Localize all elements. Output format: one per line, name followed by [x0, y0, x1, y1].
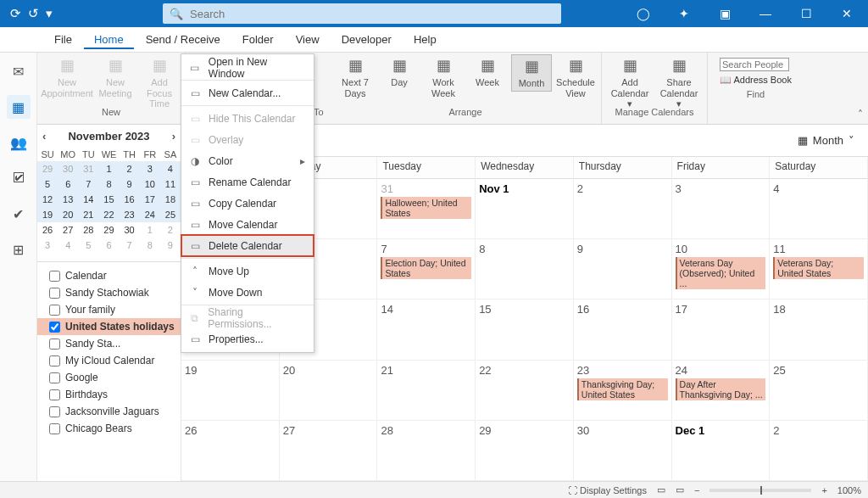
calendar-list-item[interactable]: Jacksonville Jaguars [37, 403, 181, 420]
ribbon-work-week[interactable]: ▦Work Week [423, 54, 464, 100]
mini-day[interactable]: 30 [120, 222, 140, 238]
calendar-context-menu[interactable]: ▭Open in New Window▭New Calendar...▭Hide… [181, 53, 314, 353]
todo-icon[interactable]: ✔ [7, 202, 31, 226]
calendar-cell[interactable]: 31Halloween; United States [377, 179, 476, 239]
calendar-cell[interactable]: 17 [672, 299, 771, 360]
calendar-checkbox[interactable] [49, 339, 60, 350]
calendar-list-item[interactable]: Chicago Bears [37, 420, 181, 437]
mini-day[interactable]: 1 [98, 161, 119, 176]
calendar-cell[interactable]: 9 [574, 239, 672, 299]
qa-dropdown-icon[interactable]: ▾ [46, 6, 53, 21]
tasks-icon[interactable]: 🗹 [7, 166, 31, 190]
ctx-open-in-new-window[interactable]: ▭Open in New Window [181, 57, 314, 78]
view-normal-icon[interactable]: ▭ [657, 484, 665, 495]
calendar-cell[interactable]: 27 [280, 421, 378, 481]
global-search[interactable]: 🔍 [163, 3, 561, 24]
people-icon[interactable]: 👥 [7, 131, 31, 154]
ctx-move-down[interactable]: ˅Move Down [181, 282, 314, 303]
mini-day[interactable]: 18 [160, 192, 181, 207]
calendar-event[interactable]: Veterans Day; United States [773, 257, 864, 279]
calendar-cell[interactable]: 19 [181, 361, 280, 421]
menu-file[interactable]: File [44, 30, 82, 49]
calendar-cell[interactable]: 26 [181, 421, 280, 481]
calendar-list-item[interactable]: Calendar [37, 267, 181, 284]
undo-icon[interactable]: ↺ [28, 6, 39, 21]
menu-help[interactable]: Help [403, 30, 447, 49]
zoom-out-icon[interactable]: − [694, 485, 699, 495]
mini-day[interactable]: 8 [140, 238, 160, 253]
calendar-cell[interactable]: 21 [377, 361, 476, 421]
calendar-cell[interactable]: 2 [574, 179, 672, 239]
calendar-cell[interactable]: 23Thanksgiving Day; United States [574, 361, 672, 421]
menu-send-receive[interactable]: Send / Receive [136, 30, 231, 49]
ribbon-day[interactable]: ▦Day [379, 54, 420, 90]
mini-day[interactable]: 31 [78, 161, 98, 176]
ctx-move-up[interactable]: ˄Move Up [181, 260, 314, 282]
mini-day[interactable]: 22 [98, 207, 119, 222]
calendar-list-item[interactable]: Sandy Stachowiak [37, 284, 181, 301]
calendar-checkbox[interactable] [49, 355, 60, 367]
display-settings-button[interactable]: ⛶ Display Settings [568, 485, 647, 495]
mini-next-icon[interactable]: › [172, 130, 175, 143]
mini-day[interactable]: 9 [120, 176, 140, 192]
calendar-cell[interactable]: 7Election Day; United States [377, 239, 476, 299]
ribbon-schedule-view[interactable]: ▦Schedule View [555, 54, 596, 100]
calendar-cell[interactable]: 16 [574, 299, 672, 360]
mini-day[interactable]: 15 [98, 192, 119, 207]
calendar-event[interactable]: Halloween; United States [381, 197, 471, 219]
mini-day[interactable]: 17 [140, 192, 160, 207]
view-reading-icon[interactable]: ▭ [676, 484, 684, 495]
mini-day[interactable]: 13 [58, 192, 78, 207]
mini-day[interactable]: 8 [98, 176, 119, 192]
ribbon-month[interactable]: ▦Month [511, 54, 552, 92]
close-button[interactable]: ✕ [832, 7, 861, 20]
address-book-button[interactable]: 📖 Address Book [720, 75, 792, 86]
calendar-cell[interactable]: 29 [476, 421, 574, 481]
premium-icon[interactable]: ✦ [670, 7, 698, 20]
mini-day[interactable]: 7 [120, 238, 140, 253]
calendar-event[interactable]: Thanksgiving Day; United States [577, 378, 668, 400]
calendar-checkbox[interactable] [49, 288, 60, 299]
ctx-rename-calendar[interactable]: ▭Rename Calendar [181, 171, 314, 193]
calendar-event[interactable]: Veterans Day (Observed); United ... [676, 257, 766, 289]
calendar-list-item[interactable]: United States holidays [37, 318, 181, 335]
ctx-new-calendar-[interactable]: ▭New Calendar... [181, 82, 314, 104]
calendar-cell[interactable]: 3 [672, 179, 771, 239]
mini-day[interactable]: 25 [160, 207, 181, 222]
calendar-event[interactable]: Day After Thanksgiving Day; ... [676, 378, 766, 400]
calendar-list-item[interactable]: Birthdays [37, 386, 181, 403]
calendar-cell[interactable]: 28 [377, 421, 476, 481]
calendar-checkbox[interactable] [49, 271, 60, 282]
calendar-cell[interactable]: Nov 1 [476, 179, 574, 239]
mini-day[interactable]: 7 [78, 176, 98, 192]
calendar-list-item[interactable]: Sandy Sta... [37, 335, 181, 352]
calendar-cell[interactable]: 25 [770, 361, 868, 421]
ctx-copy-calendar[interactable]: ▭Copy Calendar [181, 193, 314, 214]
mini-day[interactable]: 19 [37, 207, 58, 222]
mini-day[interactable]: 23 [120, 207, 140, 222]
mini-day[interactable]: 11 [160, 176, 181, 192]
mini-day[interactable]: 21 [78, 207, 98, 222]
calendar-icon[interactable]: ▦ [7, 95, 31, 119]
view-picker[interactable]: ▦ Month ˅ [798, 134, 854, 147]
more-apps-icon[interactable]: ⊞ [7, 238, 31, 261]
mail-icon[interactable]: ✉ [7, 59, 31, 83]
menu-folder[interactable]: Folder [232, 30, 284, 49]
mini-prev-icon[interactable]: ‹ [42, 130, 46, 143]
calendar-cell[interactable]: Dec 1 [672, 421, 771, 481]
mini-day[interactable]: 6 [98, 238, 119, 253]
mini-day[interactable]: 5 [37, 176, 58, 192]
mini-day[interactable]: 2 [120, 161, 140, 176]
menu-home[interactable]: Home [84, 30, 134, 49]
mini-day[interactable]: 24 [140, 207, 160, 222]
calendar-checkbox[interactable] [49, 389, 60, 400]
ctx-properties-[interactable]: ▭Properties... [181, 328, 314, 350]
calendar-list-item[interactable]: My iCloud Calendar [37, 352, 181, 369]
calendar-list-item[interactable]: Google [37, 369, 181, 386]
mini-day[interactable]: 3 [140, 161, 160, 176]
mini-day[interactable]: 30 [58, 161, 78, 176]
mini-day[interactable]: 6 [58, 176, 78, 192]
mini-day[interactable]: 5 [78, 238, 98, 253]
mini-day[interactable]: 3 [37, 238, 58, 253]
mini-day[interactable]: 12 [37, 192, 58, 207]
